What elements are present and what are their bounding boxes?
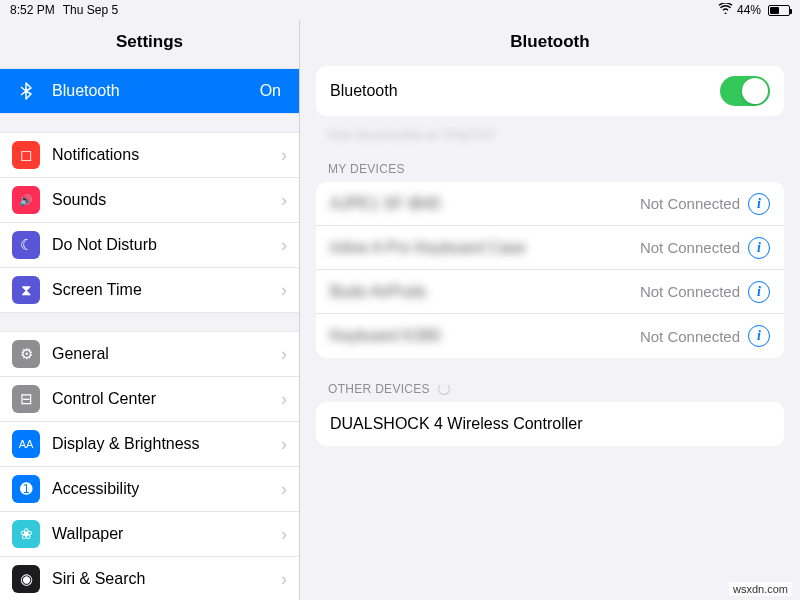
device-name: Inline A Pro Keyboard Case	[330, 239, 640, 257]
sidebar-item-general[interactable]: ⚙General›	[0, 332, 299, 377]
device-row[interactable]: Inline A Pro Keyboard CaseNot Connectedi	[316, 226, 784, 270]
other-devices-list: DUALSHOCK 4 Wireless Controller	[316, 402, 784, 446]
control-center-icon: ⊟	[12, 385, 40, 413]
device-name: AJPE1 SF iB40	[330, 195, 640, 213]
device-name: Buds AirPods	[330, 283, 640, 301]
sidebar-item-label: Display & Brightness	[52, 435, 281, 453]
device-row[interactable]: Buds AirPodsNot Connectedi	[316, 270, 784, 314]
chevron-right-icon: ›	[281, 569, 287, 590]
sidebar-item-bluetooth[interactable]: Bluetooth On	[0, 69, 299, 113]
sidebar-section-notifications: ◻Notifications›🔊Sounds›☾Do Not Disturb›⧗…	[0, 132, 299, 313]
sidebar-item-label: Control Center	[52, 390, 281, 408]
sidebar-section-bluetooth: Bluetooth On	[0, 68, 299, 114]
info-icon[interactable]: i	[748, 281, 770, 303]
sidebar-item-sounds[interactable]: 🔊Sounds›	[0, 178, 299, 223]
info-icon[interactable]: i	[748, 193, 770, 215]
device-row[interactable]: AJPE1 SF iB40Not Connectedi	[316, 182, 784, 226]
spinner-icon	[438, 383, 450, 395]
sidebar-title: Settings	[0, 20, 299, 62]
do-not-disturb-icon: ☾	[12, 231, 40, 259]
sidebar-item-label: Notifications	[52, 146, 281, 164]
wallpaper-icon: ❀	[12, 520, 40, 548]
sidebar-item-label: Sounds	[52, 191, 281, 209]
sidebar-item-label: Bluetooth	[52, 82, 260, 100]
device-name: DUALSHOCK 4 Wireless Controller	[330, 415, 770, 433]
other-devices-header: OTHER DEVICES	[300, 366, 800, 402]
chevron-right-icon: ›	[281, 280, 287, 301]
info-icon[interactable]: i	[748, 325, 770, 347]
sidebar-item-screen-time[interactable]: ⧗Screen Time›	[0, 268, 299, 312]
my-devices-header: MY DEVICES	[300, 146, 800, 182]
detail-title: Bluetooth	[300, 20, 800, 66]
chevron-right-icon: ›	[281, 434, 287, 455]
sidebar-item-control-center[interactable]: ⊟Control Center›	[0, 377, 299, 422]
notifications-icon: ◻	[12, 141, 40, 169]
sounds-icon: 🔊	[12, 186, 40, 214]
sidebar-item-accessibility[interactable]: ➊Accessibility›	[0, 467, 299, 512]
sidebar-item-value: On	[260, 82, 281, 100]
sidebar-item-display-brightness[interactable]: AADisplay & Brightness›	[0, 422, 299, 467]
sidebar-item-label: Screen Time	[52, 281, 281, 299]
sidebar-item-label: Siri & Search	[52, 570, 281, 588]
info-icon[interactable]: i	[748, 237, 770, 259]
wifi-icon	[718, 3, 733, 17]
screen-time-icon: ⧗	[12, 276, 40, 304]
device-status: Not Connected	[640, 195, 740, 212]
battery-icon	[765, 5, 790, 16]
device-status: Not Connected	[640, 239, 740, 256]
bluetooth-toggle-row[interactable]: Bluetooth	[316, 66, 784, 116]
sidebar-item-notifications[interactable]: ◻Notifications›	[0, 133, 299, 178]
discoverable-text: Now discoverable as "iPad Pro"	[300, 124, 800, 146]
chevron-right-icon: ›	[281, 389, 287, 410]
status-date: Thu Sep 5	[63, 3, 118, 17]
bluetooth-icon	[12, 77, 40, 105]
detail-pane: Bluetooth Bluetooth Now discoverable as …	[300, 20, 800, 600]
bluetooth-toggle-card: Bluetooth	[316, 66, 784, 116]
chevron-right-icon: ›	[281, 524, 287, 545]
device-row[interactable]: Keyboard K380Not Connectedi	[316, 314, 784, 358]
watermark: wsxdn.com	[729, 582, 792, 596]
settings-sidebar: Settings Bluetooth On ◻Notifications›🔊So…	[0, 20, 300, 600]
sidebar-item-label: Do Not Disturb	[52, 236, 281, 254]
sidebar-item-label: Accessibility	[52, 480, 281, 498]
display-brightness-icon: AA	[12, 430, 40, 458]
general-icon: ⚙	[12, 340, 40, 368]
other-device-row[interactable]: DUALSHOCK 4 Wireless Controller	[316, 402, 784, 446]
sidebar-section-general: ⚙General›⊟Control Center›AADisplay & Bri…	[0, 331, 299, 600]
sidebar-item-wallpaper[interactable]: ❀Wallpaper›	[0, 512, 299, 557]
battery-percent: 44%	[737, 3, 761, 17]
chevron-right-icon: ›	[281, 190, 287, 211]
device-status: Not Connected	[640, 283, 740, 300]
sidebar-item-siri-search[interactable]: ◉Siri & Search›	[0, 557, 299, 600]
chevron-right-icon: ›	[281, 479, 287, 500]
status-time: 8:52 PM	[10, 3, 55, 17]
sidebar-item-label: General	[52, 345, 281, 363]
accessibility-icon: ➊	[12, 475, 40, 503]
status-bar: 8:52 PM Thu Sep 5 44%	[0, 0, 800, 20]
chevron-right-icon: ›	[281, 235, 287, 256]
chevron-right-icon: ›	[281, 145, 287, 166]
bluetooth-toggle[interactable]	[720, 76, 770, 106]
sidebar-item-label: Wallpaper	[52, 525, 281, 543]
device-status: Not Connected	[640, 328, 740, 345]
device-name: Keyboard K380	[330, 327, 640, 345]
my-devices-list: AJPE1 SF iB40Not ConnectediInline A Pro …	[316, 182, 784, 358]
siri-search-icon: ◉	[12, 565, 40, 593]
toggle-label: Bluetooth	[330, 82, 720, 100]
chevron-right-icon: ›	[281, 344, 287, 365]
sidebar-item-do-not-disturb[interactable]: ☾Do Not Disturb›	[0, 223, 299, 268]
